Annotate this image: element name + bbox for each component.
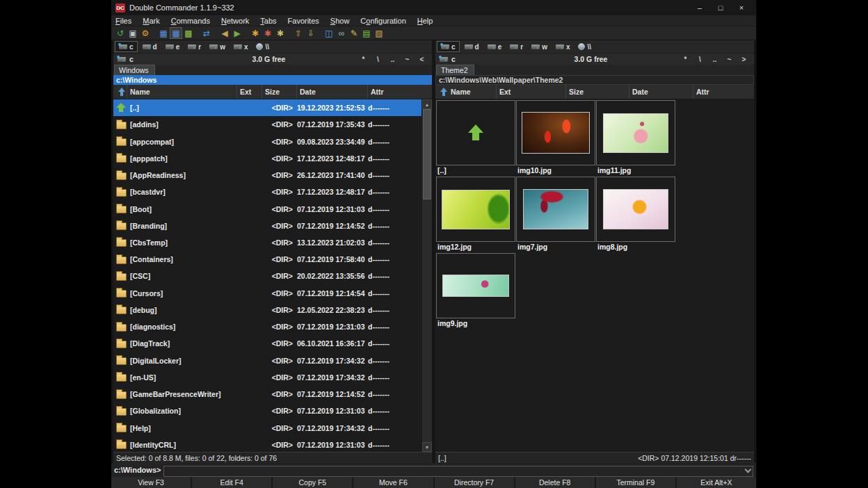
- options-icon[interactable]: ⚙: [139, 27, 152, 39]
- nav-button-backslash[interactable]: \: [694, 54, 706, 64]
- thumbnail-cell[interactable]: [516, 100, 595, 165]
- right-col-ext[interactable]: Ext: [497, 85, 566, 99]
- right-tab-theme2[interactable]: Theme2: [436, 65, 474, 75]
- copy-left-icon[interactable]: ◀: [218, 27, 231, 39]
- menu-item-favorites[interactable]: Favorites: [288, 17, 319, 25]
- extract-icon[interactable]: ✱: [274, 27, 287, 39]
- right-path-bar[interactable]: c:\Windows\Web\Wallpaper\Theme2: [435, 75, 754, 85]
- file-row[interactable]: [en-US]<DIR>07.12.2019 17:34:32d-------: [113, 369, 421, 386]
- file-row[interactable]: [DigitalLocker]<DIR>07.12.2019 17:34:32d…: [113, 352, 421, 369]
- command-input[interactable]: [163, 466, 753, 477]
- left-col-name[interactable]: Name: [127, 85, 237, 99]
- refresh-icon[interactable]: ↺: [114, 27, 127, 39]
- file-row[interactable]: [Containers]<DIR>07.12.2019 17:58:40d---…: [113, 251, 421, 268]
- maximize-button[interactable]: □: [710, 1, 731, 14]
- drive-button-w[interactable]: w: [206, 41, 229, 52]
- menu-item-configuration[interactable]: Configuration: [360, 17, 405, 25]
- drive-button-x[interactable]: x: [230, 41, 252, 52]
- right-col-date[interactable]: Date: [629, 85, 693, 99]
- fkey-button-move-f6[interactable]: Move F6: [353, 477, 433, 488]
- thumbnail-item[interactable]: img11.jpg: [596, 100, 675, 174]
- left-tab-windows[interactable]: Windows: [114, 65, 155, 75]
- thumbnail-item[interactable]: [..]: [436, 100, 515, 174]
- nav-button-home[interactable]: ~: [723, 54, 735, 64]
- swap-panels-icon[interactable]: ⇄: [200, 27, 213, 39]
- file-row[interactable]: [debug]<DIR>12.05.2022 22:38:23d-------: [113, 302, 421, 318]
- nav-button-history[interactable]: >: [738, 54, 750, 64]
- fkey-button-edit-f4[interactable]: Edit F4: [192, 477, 271, 488]
- thumbnail-item[interactable]: img10.jpg: [516, 100, 595, 174]
- nav-button-root[interactable]: *: [357, 54, 369, 64]
- left-col-ext[interactable]: Ext: [237, 85, 262, 99]
- file-row[interactable]: [CSC]<DIR>20.02.2022 13:35:56d-------: [113, 268, 421, 284]
- file-row[interactable]: [diagnostics]<DIR>07.12.2019 12:31:03d--…: [113, 318, 421, 335]
- folder-compare-icon[interactable]: ▤: [360, 27, 373, 39]
- nav-button-root[interactable]: *: [680, 54, 691, 64]
- right-sort-indicator[interactable]: [435, 85, 449, 99]
- file-row[interactable]: [GameBarPresenceWriter]<DIR>07.12.2019 1…: [113, 386, 421, 402]
- menu-item-network[interactable]: Network: [221, 17, 249, 25]
- network-button[interactable]: \\: [574, 41, 595, 52]
- fkey-button-copy-f5[interactable]: Copy F5: [273, 477, 352, 488]
- pack-icon[interactable]: ✱: [249, 27, 262, 39]
- file-row[interactable]: [Globalization]<DIR>07.12.2019 12:31:03d…: [113, 402, 421, 419]
- multi-rename-icon[interactable]: ✎: [348, 27, 360, 39]
- file-row[interactable]: [Help]<DIR>07.12.2019 17:34:32d-------: [113, 419, 421, 436]
- menu-item-help[interactable]: Help: [417, 17, 433, 25]
- thumbnail-cell[interactable]: [596, 100, 675, 165]
- right-col-name[interactable]: Name: [449, 85, 497, 99]
- network-button[interactable]: \\: [252, 41, 273, 52]
- drive-button-d[interactable]: d: [139, 41, 161, 52]
- menu-item-commands[interactable]: Commands: [171, 17, 210, 25]
- nav-button-up[interactable]: ..: [709, 54, 721, 64]
- nav-button-home[interactable]: ~: [401, 54, 413, 64]
- left-col-size[interactable]: Size: [262, 85, 297, 99]
- thumbnail-cell[interactable]: [516, 177, 595, 242]
- file-row[interactable]: [AppReadiness]<DIR>26.12.2023 17:41:40d-…: [113, 167, 421, 184]
- left-sort-indicator[interactable]: [113, 85, 127, 99]
- fkey-button-delete-f8[interactable]: Delete F8: [515, 477, 595, 488]
- nav-button-up[interactable]: ..: [387, 54, 399, 64]
- thumbnails-view-icon[interactable]: ▩: [182, 27, 195, 39]
- file-row[interactable]: [bcastdvr]<DIR>17.12.2023 12:48:17d-----…: [113, 184, 421, 200]
- minimize-button[interactable]: –: [689, 1, 710, 14]
- file-row[interactable]: [apppatch]<DIR>17.12.2023 12:48:17d-----…: [113, 150, 421, 167]
- file-row[interactable]: [..]<DIR>19.12.2023 21:52:53d-------: [113, 99, 421, 116]
- menu-item-tabs[interactable]: Tabs: [260, 17, 276, 25]
- sync-dirs-icon[interactable]: ◫: [323, 27, 335, 39]
- terminal-icon[interactable]: ▣: [127, 27, 139, 39]
- drive-button-d[interactable]: d: [461, 41, 483, 52]
- thumbnail-item[interactable]: img9.jpg: [436, 253, 515, 327]
- archive-extract-icon[interactable]: ⇩: [305, 27, 317, 39]
- left-scrollbar[interactable]: ▲ ▼: [421, 99, 432, 452]
- close-button[interactable]: ×: [731, 1, 752, 14]
- scroll-down-icon[interactable]: ▼: [422, 442, 432, 452]
- unpack-icon[interactable]: ✱: [262, 27, 274, 39]
- file-row[interactable]: [Boot]<DIR>07.12.2019 12:31:03d-------: [113, 200, 421, 217]
- drive-button-c[interactable]: c: [437, 41, 460, 52]
- left-path-bar[interactable]: c:\Windows: [113, 75, 432, 85]
- file-row[interactable]: [Cursors]<DIR>07.12.2019 12:14:54d------…: [113, 285, 421, 302]
- full-view-icon[interactable]: ▦: [170, 27, 182, 39]
- thumbnail-item[interactable]: img8.jpg: [596, 177, 675, 251]
- scroll-track[interactable]: [422, 109, 432, 442]
- file-row[interactable]: [IdentityCRL]<DIR>07.12.2019 12:31:03d--…: [113, 437, 421, 452]
- drive-button-r[interactable]: r: [184, 41, 204, 52]
- fkey-button-exit-alt-x[interactable]: Exit Alt+X: [677, 477, 756, 488]
- nav-button-history[interactable]: <: [416, 54, 428, 64]
- archive-add-icon[interactable]: ⇧: [292, 27, 305, 39]
- file-row[interactable]: [CbsTemp]<DIR>13.12.2023 21:02:03d------…: [113, 234, 421, 251]
- menu-item-show[interactable]: Show: [330, 17, 350, 25]
- right-col-size[interactable]: Size: [566, 85, 629, 99]
- nav-button-backslash[interactable]: \: [372, 54, 384, 64]
- thumbnail-cell[interactable]: [596, 177, 675, 242]
- thumbnail-cell[interactable]: [436, 100, 515, 165]
- scroll-thumb[interactable]: [423, 109, 431, 200]
- fkey-button-view-f3[interactable]: View F3: [111, 477, 191, 488]
- drive-button-c[interactable]: c: [115, 41, 138, 52]
- right-drive-select[interactable]: c: [440, 55, 502, 63]
- thumbnail-item[interactable]: img7.jpg: [516, 177, 595, 251]
- scroll-up-icon[interactable]: ▲: [422, 99, 432, 109]
- fkey-button-directory-f7[interactable]: Directory F7: [435, 477, 514, 488]
- menu-item-mark[interactable]: Mark: [143, 17, 159, 25]
